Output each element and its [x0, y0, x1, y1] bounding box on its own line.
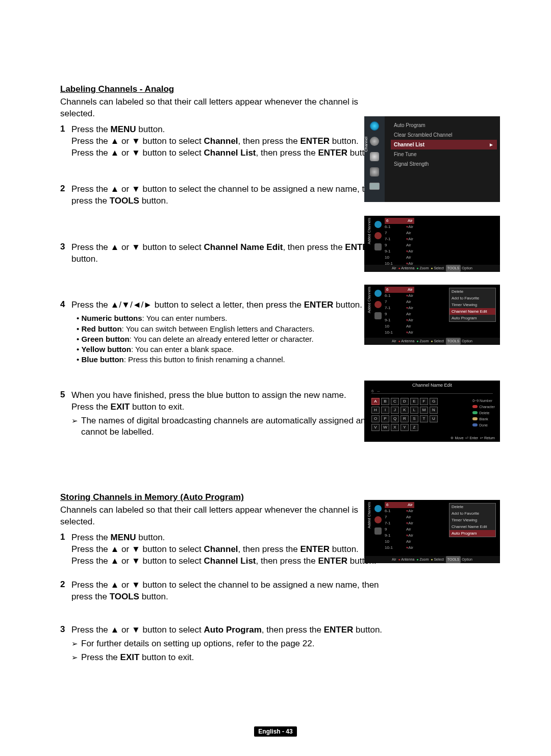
txt: button.	[136, 533, 165, 542]
kw-enter: ENTER	[300, 136, 330, 146]
channel-row: 7Air	[385, 514, 414, 520]
txt: button.	[139, 196, 168, 206]
letter-grid: ABCDEFGHIJKLMNOPQRSTUVWXYZ	[371, 398, 438, 431]
txt: : You can enter numbers.	[142, 314, 228, 322]
menu-item: Signal Strength	[391, 159, 497, 169]
channel-row: 7-1♥Air	[385, 520, 414, 526]
channel-rows: 6Air6-1♥Air7Air7-1♥Air9Air9-1♥Air10Air10…	[385, 502, 414, 551]
letter-cell: B	[381, 398, 389, 405]
channel-row: 6Air	[385, 218, 414, 224]
popup-item: Delete	[449, 288, 495, 295]
popup-item: Channel Name Edit	[449, 523, 495, 530]
kw-enter: ENTER	[324, 625, 354, 635]
screenshot-channel-menu: Channel Auto Program Clear Scrambled Cha…	[364, 116, 500, 202]
letter-cell: S	[410, 415, 418, 422]
side-tab: Added Channels	[367, 502, 371, 528]
kw-blue: Blue button	[81, 355, 123, 364]
popup-item: Delete	[449, 503, 495, 510]
channel-number: 6	[371, 389, 373, 393]
step-number: 1	[60, 124, 71, 159]
kw-menu: MENU	[111, 124, 136, 134]
footer-hints: Air ● Antenna ● Zoom ● Select TOOLS Opti…	[364, 556, 500, 563]
section1-intro: Channels can labeled so that their call …	[60, 96, 361, 120]
letter-cell: Z	[410, 424, 418, 431]
letter-cell: U	[430, 415, 438, 422]
popup-item: Auto Program	[449, 315, 495, 321]
screenshot-name-edit: Channel Name Edit 6 -- ABCDEFGHIJKLMNOPQ…	[364, 381, 500, 442]
txt: : You can switch between English letters…	[122, 324, 315, 333]
menu-item-selected: Channel List►	[391, 140, 497, 149]
kw-yellow: Yellow button	[81, 345, 131, 354]
channel-rows: 6Air6-1♥Air7Air7-1♥Air9Air9-1♥Air10Air10…	[385, 287, 414, 336]
letter-cell: Y	[400, 424, 409, 431]
filter-icon	[374, 301, 382, 308]
txt: Press the ▲ or ▼ button to select	[71, 242, 204, 252]
letter-cell: Q	[391, 415, 399, 422]
txt: , then press the	[262, 625, 324, 635]
note-arrow-icon: ➢	[71, 652, 78, 663]
popup-item: Add to Favorite	[449, 295, 495, 301]
popup-item: Add to Favorite	[449, 510, 495, 517]
txt: Press the	[71, 124, 111, 134]
txt: button.	[139, 592, 168, 601]
letter-cell: V	[371, 424, 380, 431]
channel-row: 10-1♥Air	[385, 545, 414, 551]
s1-step4: 4 Press the ▲/▼/◄/► button to select a l…	[60, 299, 392, 365]
channel-row: 9-1♥Air	[385, 317, 414, 323]
letter-cell: A	[371, 398, 380, 405]
txt: button.	[330, 544, 359, 554]
side-tab: Added Channels	[367, 287, 371, 313]
filter-icon	[374, 505, 382, 512]
note: Press the EXIT button to exit.	[81, 652, 194, 664]
menu-item: Auto Program	[391, 120, 497, 130]
options-popup: DeleteAdd to FavoriteTimer ViewingChanne…	[449, 503, 496, 537]
letter-cell: W	[381, 424, 389, 431]
filter-icon	[374, 221, 382, 228]
letter-cell: M	[420, 407, 428, 414]
channel-row: 7Air	[385, 299, 414, 305]
step-number: 3	[60, 624, 71, 664]
note: For further details on setting up option…	[81, 638, 314, 650]
txt: : Press this button to finish renaming a…	[124, 355, 285, 364]
kw-red: Red button	[81, 324, 121, 333]
txt: When you have finished, press the blue b…	[71, 390, 346, 400]
letter-cell: F	[420, 398, 428, 405]
gear-icon	[370, 152, 379, 161]
txt: , then press the	[238, 544, 300, 554]
channel-row: 7-1♥Air	[385, 236, 414, 242]
menu-category-label: Channel	[364, 137, 368, 152]
section2-intro: Channels can labeled so that their call …	[60, 505, 361, 528]
footer-hints: ✢ Move ⏎ Enter ↩ Return	[364, 435, 500, 442]
kw-tools: TOOLS	[110, 592, 139, 601]
txt: : You can delete an already entered lett…	[130, 335, 314, 343]
section1-title: Labeling Channels - Analog	[60, 84, 496, 94]
kw-enter: ENTER	[304, 300, 334, 310]
screen-icon	[369, 183, 380, 190]
letter-cell: T	[420, 415, 428, 422]
s2-step3: 3 Press the ▲ or ▼ button to select Auto…	[60, 624, 392, 664]
kw-auto-program: Auto Program	[204, 625, 262, 635]
bullet: • Red button: You can switch between Eng…	[77, 324, 362, 334]
kw-green: Green button	[81, 335, 129, 343]
kw-channel-list: Channel List	[204, 148, 256, 158]
channel-row: 6Air	[385, 287, 414, 293]
letter-cell: K	[400, 407, 409, 414]
txt: Press the	[71, 533, 111, 542]
letter-cell: C	[391, 398, 399, 405]
letter-cell: E	[410, 398, 418, 405]
step-number: 4	[60, 299, 71, 365]
txt: , then press the	[256, 148, 318, 158]
bullet: • Yellow button: You can enter a blank s…	[77, 344, 362, 355]
s1-step5: 5 When you have finished, press the blue…	[60, 390, 392, 439]
options-popup: DeleteAdd to FavoriteTimer ViewingChanne…	[449, 288, 496, 322]
kw-channel: Channel	[204, 544, 238, 554]
channel-row: 9Air	[385, 526, 414, 533]
filter-icon	[374, 527, 382, 535]
txt: , then press the	[256, 556, 318, 566]
kw-menu: MENU	[111, 533, 136, 542]
step-number: 1	[60, 532, 71, 567]
kw-enter: ENTER	[318, 556, 347, 566]
channel-row: 9-1♥Air	[385, 533, 414, 539]
letter-cell: X	[391, 424, 399, 431]
bullet: • Numeric buttons: You can enter numbers…	[77, 313, 362, 323]
